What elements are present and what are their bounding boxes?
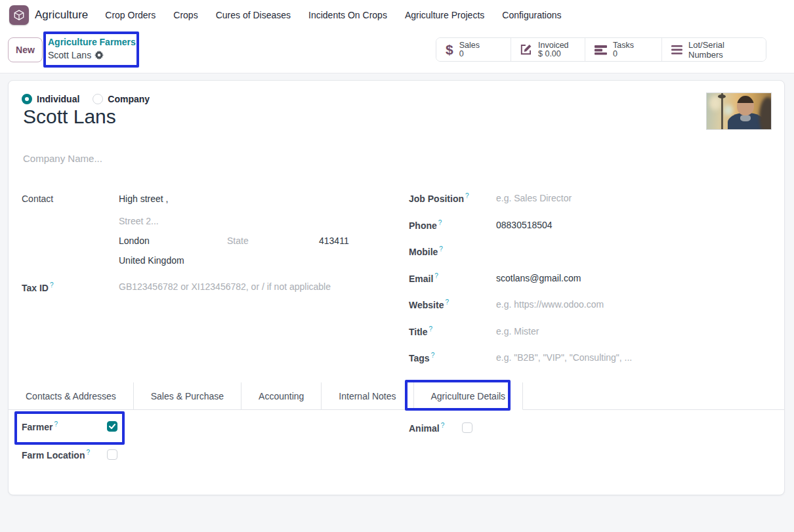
- nav-item-cures-of-diseases[interactable]: Cures of Diseases: [216, 10, 291, 20]
- zip-field[interactable]: 413411: [319, 235, 349, 246]
- help-icon: ?: [86, 449, 90, 456]
- contact-form-card: Individual Company Scott Lans Company Na…: [8, 80, 785, 495]
- tax-id-label: Tax ID: [22, 283, 49, 293]
- nav-item-crop-orders[interactable]: Crop Orders: [105, 10, 156, 20]
- website-label: Website: [409, 300, 444, 310]
- breadcrumb-parent-link[interactable]: Agriculture Farmers: [48, 35, 136, 49]
- farmer-label: Farmer: [22, 422, 52, 432]
- tags-label: Tags: [409, 353, 430, 363]
- animal-label: Animal: [409, 423, 440, 434]
- company-name-field[interactable]: Company Name...: [23, 153, 102, 164]
- animal-row: Animal?: [409, 422, 472, 434]
- breadcrumb: Agriculture Farmers Scott Lans: [48, 35, 136, 62]
- help-icon: ?: [431, 352, 435, 359]
- job-position-label: Job Position: [409, 194, 464, 204]
- phone-field[interactable]: 08830518504: [496, 220, 553, 230]
- tab-filler: [523, 382, 784, 410]
- photo-lamppost: [721, 93, 723, 130]
- contact-name-field[interactable]: Scott Lans: [23, 106, 116, 128]
- title-field[interactable]: e.g. Mister: [496, 326, 539, 337]
- photo-person-head: [737, 96, 754, 115]
- nav-item-configurations[interactable]: Configurations: [502, 10, 561, 20]
- edit-icon: [520, 44, 532, 56]
- contact-label: Contact: [22, 194, 53, 204]
- tab-accounting[interactable]: Accounting: [241, 382, 322, 410]
- nav-item-agriculture-projects[interactable]: Agriculture Projects: [405, 10, 484, 20]
- farm-location-checkbox[interactable]: [107, 449, 117, 460]
- menu-lines-icon: [671, 45, 682, 54]
- tab-agriculture-details[interactable]: Agriculture Details: [414, 382, 524, 410]
- app-cube-icon[interactable]: [9, 5, 29, 25]
- farmer-checkbox[interactable]: [107, 421, 117, 432]
- country-field[interactable]: United Kingdom: [119, 255, 184, 266]
- company-type-radio: Individual Company: [22, 94, 150, 104]
- tab-sales-purchase[interactable]: Sales & Purchase: [134, 382, 241, 410]
- photo-lamp: [718, 94, 726, 98]
- notebook-tabs: Contacts & Addresses Sales & Purchase Ac…: [9, 382, 784, 410]
- help-icon: ?: [50, 281, 54, 289]
- farm-location-label: Farm Location: [22, 450, 85, 460]
- stat-button-tasks[interactable]: Tasks 0: [585, 38, 662, 61]
- breadcrumb-current: Scott Lans: [48, 49, 91, 62]
- contact-photo[interactable]: [706, 92, 772, 130]
- app-name[interactable]: Agriculture: [35, 9, 88, 22]
- help-icon: ?: [434, 272, 438, 279]
- main-menu: Crop Orders Crops Cures of Diseases Inci…: [105, 10, 561, 20]
- help-icon: ?: [441, 422, 445, 429]
- help-icon: ?: [429, 325, 433, 333]
- photo-foreground: [759, 97, 772, 130]
- new-button[interactable]: New: [8, 37, 43, 62]
- photo-bokeh: [724, 105, 733, 115]
- tax-id-field[interactable]: GB123456782 or XI123456782, or / if not …: [119, 281, 331, 292]
- state-field[interactable]: State: [227, 235, 249, 246]
- city-field[interactable]: London: [119, 235, 150, 246]
- help-icon: ?: [439, 245, 443, 253]
- gear-icon[interactable]: [94, 51, 104, 60]
- radio-individual[interactable]: Individual: [22, 94, 79, 104]
- help-icon: ?: [445, 298, 449, 306]
- email-field[interactable]: scotlans@gmail.com: [496, 273, 581, 283]
- nav-item-crops[interactable]: Crops: [173, 10, 198, 20]
- tab-internal-notes[interactable]: Internal Notes: [322, 382, 413, 410]
- email-label: Email: [409, 274, 433, 284]
- tab-contacts-addresses[interactable]: Contacts & Addresses: [9, 382, 134, 410]
- app-navbar: Agriculture Crop Orders Crops Cures of D…: [0, 0, 794, 30]
- help-icon: ?: [438, 219, 442, 226]
- stat-button-group: $ Sales 0 Invoiced $ 0.00: [436, 37, 766, 62]
- control-panel: New Agriculture Farmers Scott Lans $ Sal…: [0, 30, 794, 73]
- website-field[interactable]: e.g. https://www.odoo.com: [496, 299, 604, 310]
- street-field[interactable]: High street ,: [119, 194, 168, 204]
- photo-person-shirt: [740, 115, 751, 121]
- tags-field[interactable]: e.g. "B2B", "VIP", "Consulting", ...: [496, 352, 632, 363]
- street2-field[interactable]: Street 2...: [119, 216, 159, 226]
- radio-company[interactable]: Company: [93, 94, 150, 104]
- stacked-bars-icon: [595, 45, 607, 55]
- radio-company-dot: [93, 94, 103, 104]
- stat-button-invoiced[interactable]: Invoiced $ 0.00: [511, 38, 585, 61]
- job-position-field[interactable]: e.g. Sales Director: [496, 193, 572, 203]
- farmer-row: Farmer?: [22, 420, 117, 432]
- stat-button-lot-serial[interactable]: Lot/Serial Numbers: [662, 38, 766, 61]
- nav-item-incidents-on-crops[interactable]: Incidents On Crops: [308, 10, 387, 20]
- title-label: Title: [409, 327, 428, 337]
- phone-label: Phone: [409, 220, 437, 231]
- animal-checkbox[interactable]: [462, 422, 472, 433]
- dollar-icon: $: [446, 42, 453, 58]
- stat-button-sales[interactable]: $ Sales 0: [436, 38, 511, 61]
- mobile-label: Mobile: [409, 247, 438, 257]
- radio-individual-dot: [22, 94, 32, 104]
- farm-location-row: Farm Location?: [22, 449, 117, 460]
- help-icon: ?: [54, 420, 58, 428]
- help-icon: ?: [465, 192, 469, 199]
